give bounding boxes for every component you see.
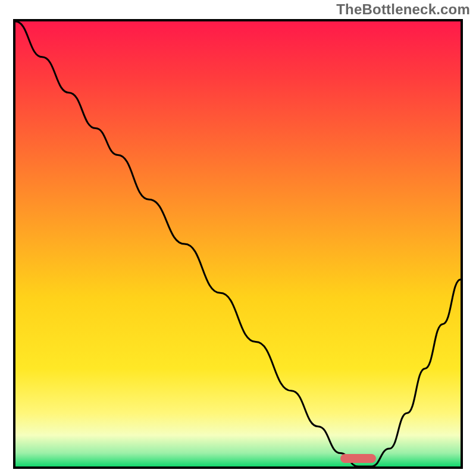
- gradient-background: [15, 21, 461, 466]
- chart-plot-area: [15, 21, 461, 466]
- chart-svg: [15, 21, 461, 466]
- watermark-text: TheBottleneck.com: [336, 1, 470, 18]
- optimum-marker: [340, 454, 376, 463]
- chart-frame: [13, 19, 463, 469]
